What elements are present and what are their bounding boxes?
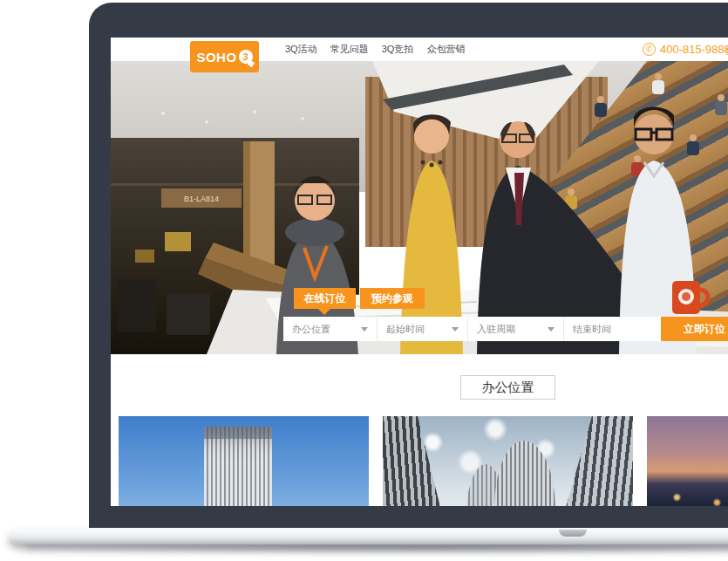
tower-top — [204, 427, 272, 439]
book-now-button[interactable]: 立即订位 — [661, 317, 728, 341]
chevron-down-icon — [361, 327, 368, 332]
nav-item-crowd-marketing[interactable]: 众包营销 — [426, 43, 465, 56]
end-time-field[interactable]: 结束时间 — [564, 317, 661, 341]
page: 3Q活动 常见问题 3Q竞拍 众包营销 ✆ 400-815-9888 登录 SO… — [0, 0, 728, 561]
locations-section: 办公位置 — [111, 354, 728, 506]
laptop-shadow — [26, 543, 728, 555]
room-sign-label: B1-LA814 — [184, 195, 219, 203]
location-card-wangjing[interactable] — [383, 416, 633, 506]
main-nav: 3Q活动 常见问题 3Q竞拍 众包营销 — [285, 38, 465, 61]
location-card-night-city[interactable] — [647, 416, 728, 506]
start-time-select[interactable]: 起始时间 — [378, 317, 468, 341]
curved-tower-large — [494, 441, 555, 506]
chevron-down-icon — [548, 327, 555, 332]
nav-item-3q-events[interactable]: 3Q活动 — [285, 43, 317, 56]
phone-contact[interactable]: ✆ 400-815-9888 — [643, 38, 728, 61]
chevron-down-icon — [452, 327, 459, 332]
tab-online-booking[interactable]: 在线订位 — [294, 288, 356, 309]
flanking-building-left — [383, 416, 454, 506]
phone-number: 400-815-9888 — [660, 43, 728, 56]
active-tab-pointer — [318, 309, 330, 315]
login-link[interactable]: 登录 — [725, 44, 728, 58]
section-title-office-locations: 办公位置 — [460, 375, 555, 400]
start-time-label: 起始时间 — [386, 323, 425, 336]
duration-select[interactable]: 入驻周期 — [468, 317, 564, 341]
soho3q-logo[interactable]: SOHO 3 — [190, 41, 259, 72]
nav-item-faq[interactable]: 常见问题 — [330, 43, 369, 56]
laptop-screen: 3Q活动 常见问题 3Q竞拍 众包营销 ✆ 400-815-9888 登录 SO… — [111, 38, 728, 506]
duration-label: 入驻周期 — [477, 323, 515, 336]
tab-visit-appointment[interactable]: 预约参观 — [360, 288, 425, 309]
laptop-notch — [559, 530, 587, 537]
office-location-select[interactable]: 办公位置 — [283, 317, 378, 341]
location-card-tower[interactable] — [119, 416, 369, 506]
logo-3q-badge-icon: 3 — [239, 50, 253, 64]
flanking-building-right — [549, 416, 633, 506]
nav-item-3q-auction[interactable]: 3Q竞拍 — [382, 43, 414, 56]
logo-text: SOHO — [196, 50, 236, 65]
hero-photo: B1-LA814 — [111, 61, 728, 354]
end-time-label: 结束时间 — [573, 323, 611, 336]
phone-icon: ✆ — [643, 43, 656, 56]
office-location-label: 办公位置 — [292, 323, 330, 336]
hero-illustration: B1-LA814 — [111, 61, 728, 354]
booking-form: 办公位置 起始时间 入驻周期 结束时间 立即订位 — [283, 317, 728, 341]
location-cards — [119, 416, 728, 506]
laptop-base — [9, 530, 728, 544]
